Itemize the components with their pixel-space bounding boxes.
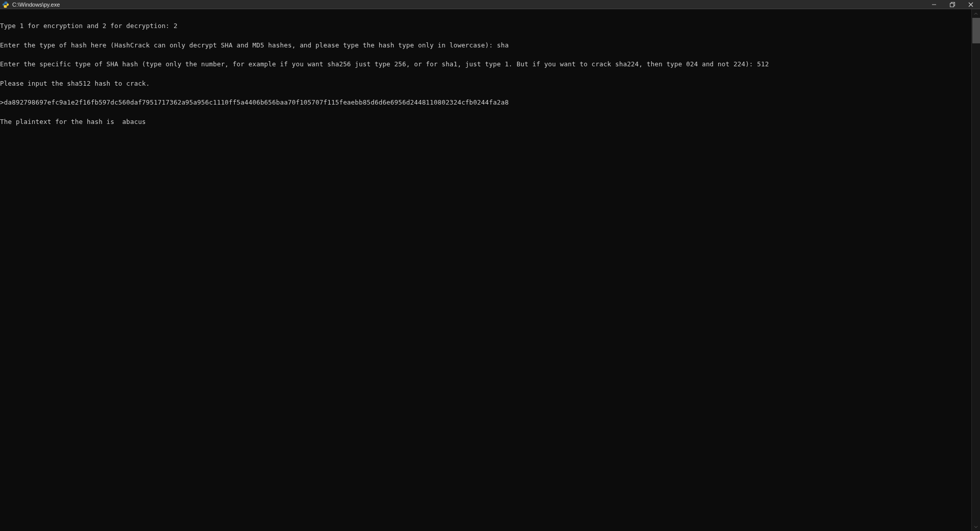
minimize-button[interactable]	[925, 0, 943, 9]
maximize-button[interactable]	[943, 0, 962, 9]
scrollbar-thumb[interactable]	[972, 18, 980, 43]
chevron-down-icon	[974, 525, 978, 529]
terminal-area: Type 1 for encryption and 2 for decrypti…	[0, 9, 980, 531]
terminal-line: Please input the sha512 hash to crack.	[0, 81, 971, 87]
window-titlebar[interactable]: C:\Windows\py.exe	[0, 0, 980, 9]
vertical-scrollbar[interactable]	[971, 9, 980, 531]
minimize-icon	[932, 2, 937, 7]
window-controls	[925, 0, 980, 9]
terminal-line: >da892798697efc9a1e2f16fb597dc560daf7951…	[0, 99, 971, 106]
close-button[interactable]	[962, 0, 980, 9]
terminal-line: Enter the type of hash here (HashCrack c…	[0, 42, 971, 49]
close-icon	[968, 2, 973, 7]
terminal-output[interactable]: Type 1 for encryption and 2 for decrypti…	[0, 9, 971, 531]
terminal-line: Type 1 for encryption and 2 for decrypti…	[0, 23, 971, 30]
window-title: C:\Windows\py.exe	[12, 2, 60, 8]
terminal-line: Enter the specific type of SHA hash (typ…	[0, 61, 971, 68]
console-window: C:\Windows\py.exe	[0, 0, 980, 531]
restore-icon	[950, 2, 955, 7]
scrollbar-up-button[interactable]	[972, 9, 980, 18]
svg-rect-2	[950, 4, 954, 7]
chevron-up-icon	[974, 12, 978, 16]
scrollbar-down-button[interactable]	[972, 522, 980, 531]
python-icon	[2, 1, 9, 8]
terminal-line: The plaintext for the hash is abacus	[0, 119, 971, 125]
